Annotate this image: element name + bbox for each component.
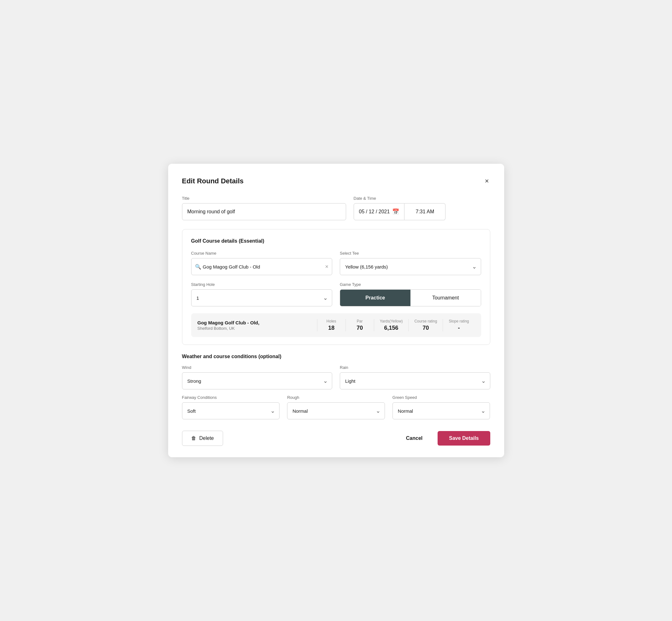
game-type-group: Game Type Practice Tournament — [340, 282, 481, 306]
slope-rating-label: Slope rating — [449, 319, 469, 323]
close-button[interactable]: × — [484, 176, 490, 186]
title-input[interactable] — [182, 203, 346, 220]
fairway-dropdown[interactable]: SoftNormalHard — [182, 402, 280, 419]
modal-title: Edit Round Details — [182, 177, 244, 185]
title-label: Title — [182, 196, 346, 201]
course-info-name: Gog Magog Golf Club - Old, Shelford Bott… — [198, 320, 317, 331]
datetime-group: 05 / 12 / 2021 📅 7:31 AM — [354, 203, 446, 220]
course-name-group: Course Name 🔍 × — [191, 251, 333, 275]
course-info-bar: Gog Magog Golf Club - Old, Shelford Bott… — [191, 313, 481, 337]
green-speed-label: Green Speed — [392, 395, 490, 400]
course-search-wrap: 🔍 × — [191, 258, 333, 275]
stat-par: Par 70 — [345, 319, 374, 331]
fairway-select-wrap: SoftNormalHard ⌄ — [182, 402, 280, 419]
par-value: 70 — [356, 325, 363, 331]
fairway-group: Fairway Conditions SoftNormalHard ⌄ — [182, 395, 280, 419]
starting-hole-wrap: 1234 5678 910 ⌄ — [191, 289, 333, 306]
stat-course-rating: Course rating 70 — [408, 319, 443, 331]
select-tee-group: Select Tee Yellow (6,156 yards) White Re… — [340, 251, 481, 275]
datetime-field-group: Date & Time 05 / 12 / 2021 📅 7:31 AM — [354, 196, 446, 220]
golf-course-section: Golf Course details (Essential) Course N… — [182, 229, 490, 345]
starting-hole-group: Starting Hole 1234 5678 910 ⌄ — [191, 282, 333, 306]
stat-holes: Holes 18 — [317, 319, 345, 331]
course-tee-row: Course Name 🔍 × Select Tee Yellow (6,156… — [191, 251, 481, 275]
game-type-label: Game Type — [340, 282, 481, 287]
footer-row: 🗑 Delete Cancel Save Details — [182, 428, 490, 446]
game-type-toggle: Practice Tournament — [340, 289, 481, 306]
rough-label: Rough — [287, 395, 385, 400]
green-speed-dropdown[interactable]: SlowNormalFast — [392, 402, 490, 419]
search-icon: 🔍 — [195, 264, 201, 270]
rain-select-wrap: NoneLightModerateHeavy ⌄ — [340, 372, 490, 389]
rain-group: Rain NoneLightModerateHeavy ⌄ — [340, 365, 490, 389]
starting-hole-label: Starting Hole — [191, 282, 333, 287]
course-rating-value: 70 — [422, 325, 429, 331]
title-field-group: Title — [182, 196, 346, 220]
select-tee-label: Select Tee — [340, 251, 481, 256]
stat-slope-rating: Slope rating - — [443, 319, 474, 331]
holes-value: 18 — [328, 325, 334, 331]
wind-select-wrap: NoneLightModerateStrong ⌄ — [182, 372, 333, 389]
calendar-icon: 📅 — [392, 208, 399, 215]
cancel-button[interactable]: Cancel — [400, 431, 429, 446]
wind-rain-row: Wind NoneLightModerateStrong ⌄ Rain None… — [182, 365, 490, 389]
datetime-label: Date & Time — [354, 196, 446, 201]
slope-rating-value: - — [458, 325, 460, 331]
rain-dropdown[interactable]: NoneLightModerateHeavy — [340, 372, 490, 389]
yards-value: 6,156 — [384, 325, 398, 331]
rain-label: Rain — [340, 365, 490, 370]
fairway-rough-green-row: Fairway Conditions SoftNormalHard ⌄ Roug… — [182, 395, 490, 419]
starting-hole-dropdown[interactable]: 1234 5678 910 — [191, 289, 333, 306]
save-button[interactable]: Save Details — [437, 431, 490, 446]
course-name-display: Gog Magog Golf Club - Old, — [198, 320, 317, 325]
select-tee-dropdown[interactable]: Yellow (6,156 yards) White Red Blue — [340, 258, 481, 275]
fairway-label: Fairway Conditions — [182, 395, 280, 400]
time-input-box[interactable]: 7:31 AM — [405, 203, 446, 220]
top-row: Title Date & Time 05 / 12 / 2021 📅 7:31 … — [182, 196, 490, 220]
edit-round-modal: Edit Round Details × Title Date & Time 0… — [168, 164, 504, 457]
time-value: 7:31 AM — [416, 209, 434, 215]
hole-gametype-row: Starting Hole 1234 5678 910 ⌄ Game Type … — [191, 282, 481, 306]
practice-button[interactable]: Practice — [340, 290, 411, 306]
weather-title: Weather and course conditions (optional) — [182, 354, 490, 360]
course-location: Shelford Bottom, UK — [198, 326, 317, 331]
wind-group: Wind NoneLightModerateStrong ⌄ — [182, 365, 333, 389]
trash-icon: 🗑 — [191, 436, 196, 441]
course-rating-label: Course rating — [414, 319, 437, 323]
course-clear-button[interactable]: × — [325, 263, 328, 270]
rough-select-wrap: ShortNormalLong ⌄ — [287, 402, 385, 419]
rough-dropdown[interactable]: ShortNormalLong — [287, 402, 385, 419]
tournament-button[interactable]: Tournament — [411, 290, 481, 306]
course-name-label: Course Name — [191, 251, 333, 256]
weather-section: Weather and course conditions (optional)… — [182, 354, 490, 419]
course-name-input[interactable] — [191, 258, 333, 275]
stat-yards: Yards(Yellow) 6,156 — [374, 319, 409, 331]
delete-button[interactable]: 🗑 Delete — [182, 431, 223, 446]
holes-label: Holes — [327, 319, 336, 323]
rough-group: Rough ShortNormalLong ⌄ — [287, 395, 385, 419]
select-tee-wrap: Yellow (6,156 yards) White Red Blue ⌄ — [340, 258, 481, 275]
green-speed-group: Green Speed SlowNormalFast ⌄ — [392, 395, 490, 419]
wind-label: Wind — [182, 365, 333, 370]
date-input-box[interactable]: 05 / 12 / 2021 📅 — [354, 203, 405, 220]
modal-header: Edit Round Details × — [182, 176, 490, 186]
golf-section-title: Golf Course details (Essential) — [191, 238, 481, 244]
date-value: 05 / 12 / 2021 — [359, 209, 390, 215]
wind-dropdown[interactable]: NoneLightModerateStrong — [182, 372, 333, 389]
yards-label: Yards(Yellow) — [380, 319, 403, 323]
delete-label: Delete — [199, 436, 214, 441]
footer-right: Cancel Save Details — [400, 431, 490, 446]
green-speed-select-wrap: SlowNormalFast ⌄ — [392, 402, 490, 419]
par-label: Par — [357, 319, 363, 323]
